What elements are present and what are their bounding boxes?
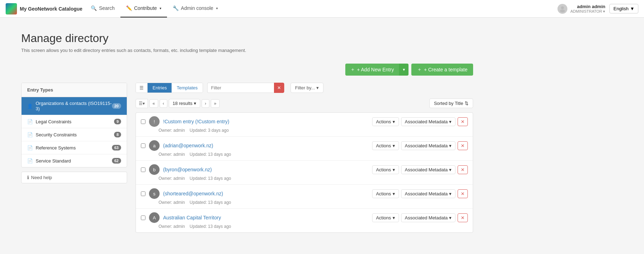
- entry-type-service[interactable]: 📄 Service Standard 62: [22, 154, 127, 167]
- nav-search[interactable]: 🔍 Search: [85, 0, 120, 18]
- tab-bar: ☰ Entries Templates: [136, 83, 203, 93]
- list-view-icon-button[interactable]: ☰: [136, 83, 148, 93]
- actions-button-1[interactable]: Actions ▾: [372, 141, 399, 150]
- entry-checkbox-3[interactable]: [141, 191, 145, 196]
- entry-types-panel: Entry Types 👤 Organizations & contacts (…: [21, 83, 127, 167]
- assoc-meta-caret-icon-0: ▾: [449, 119, 452, 124]
- associated-metadata-button-2[interactable]: Associated Metadata ▾: [401, 165, 455, 174]
- associated-metadata-button-1[interactable]: Associated Metadata ▾: [401, 141, 455, 150]
- list-item: A Australian Capital Territory Actions ▾…: [136, 209, 473, 232]
- entry-type-reference-badge: 63: [112, 145, 121, 150]
- create-template-plus-icon: ＋: [417, 66, 422, 73]
- actions-button-4[interactable]: Actions ▾: [372, 213, 399, 222]
- select-all-dropdown-button[interactable]: ☰▾: [136, 99, 148, 108]
- entry-title-0[interactable]: !Custom entry (!Custom entry): [163, 119, 369, 124]
- entry-type-legal[interactable]: 📄 Legal Constraints 9: [22, 115, 127, 128]
- next-page-button[interactable]: ›: [202, 99, 209, 108]
- delete-button-2[interactable]: ✕: [458, 165, 468, 174]
- assoc-meta-caret-icon-2: ▾: [449, 167, 452, 172]
- list-item: b (byron@openwork.nz) Actions ▾ Associat…: [136, 161, 473, 185]
- navbar: My GeoNetwork Catalogue 🔍 Search ✏️ Cont…: [0, 0, 644, 18]
- associated-metadata-button-0[interactable]: Associated Metadata ▾: [401, 117, 455, 126]
- create-template-button[interactable]: ＋ + Create a template: [411, 64, 473, 76]
- avatar: s: [149, 188, 160, 199]
- delete-button-4[interactable]: ✕: [458, 213, 468, 222]
- filter-clear-button[interactable]: ✕: [274, 83, 284, 93]
- entry-checkbox-4[interactable]: [141, 215, 145, 220]
- user-avatar-icon: [557, 4, 567, 14]
- assoc-meta-caret-icon-3: ▾: [449, 191, 452, 196]
- filter-by-button[interactable]: Filter by... ▾: [291, 83, 323, 93]
- nav-right: admin admin ADMINISTRATOR ▾ English ▼: [557, 4, 638, 14]
- entry-title-4[interactable]: Australian Capital Territory: [163, 215, 369, 220]
- actions-caret-icon-4: ▾: [393, 215, 395, 220]
- entry-actions-3: Actions ▾ Associated Metadata ▾ ✕: [372, 189, 468, 198]
- entry-actions-0: Actions ▾ Associated Metadata ▾ ✕: [372, 117, 468, 126]
- results-caret-icon: ▾: [194, 101, 196, 106]
- brand-link[interactable]: My GeoNetwork Catalogue: [6, 3, 82, 14]
- associated-metadata-button-4[interactable]: Associated Metadata ▾: [401, 213, 455, 222]
- actions-button-3[interactable]: Actions ▾: [372, 189, 399, 198]
- language-button[interactable]: English ▼: [609, 4, 638, 13]
- page-title: Manage directory: [21, 32, 473, 45]
- results-count-button[interactable]: 18 results ▾: [169, 99, 200, 108]
- results-nav-group: ☰▾ « ‹ 18 results ▾ › »: [136, 99, 220, 108]
- entry-type-reference[interactable]: 📄 Reference Systems 63: [22, 141, 127, 154]
- pencil-icon: ✏️: [126, 5, 132, 11]
- doc-icon-service: 📄: [27, 158, 33, 164]
- actions-caret-icon-2: ▾: [393, 167, 395, 172]
- assoc-meta-label-2: Associated Metadata: [405, 167, 448, 172]
- avatar: a: [149, 140, 160, 151]
- delete-button-0[interactable]: ✕: [458, 117, 468, 126]
- plus-icon: ＋: [350, 66, 355, 73]
- sort-button[interactable]: Sorted by Title ⇅: [429, 99, 473, 108]
- avatar: !: [149, 116, 160, 127]
- delete-button-3[interactable]: ✕: [458, 189, 468, 198]
- entry-list: ! !Custom entry (!Custom entry) Actions …: [136, 112, 473, 233]
- entry-type-security-label: Security Constraints: [36, 132, 77, 137]
- associated-metadata-button-3[interactable]: Associated Metadata ▾: [401, 189, 455, 198]
- entry-meta-1: Owner: admin Updated: 13 days ago: [141, 152, 468, 157]
- add-new-entry-caret-button[interactable]: ▾: [399, 64, 409, 76]
- delete-button-1[interactable]: ✕: [458, 141, 468, 150]
- last-page-button[interactable]: »: [211, 99, 220, 108]
- filter-by-label: Filter by...: [295, 85, 315, 90]
- actions-button-2[interactable]: Actions ▾: [372, 165, 399, 174]
- list-item: a (adrian@openwork.nz) Actions ▾ Associa…: [136, 137, 473, 161]
- person-icon: 👤: [27, 104, 33, 109]
- actions-label-3: Actions: [376, 191, 391, 196]
- user-info[interactable]: admin admin ADMINISTRATOR ▾: [557, 4, 605, 14]
- filter-input[interactable]: [207, 83, 274, 93]
- nav-admin-console[interactable]: 🔧 Admin console ▾: [167, 0, 223, 18]
- entry-checkbox-2[interactable]: [141, 167, 145, 172]
- entry-title-3[interactable]: (shorteared@openwork.nz): [163, 191, 369, 196]
- owner-label-0: Owner:: [159, 128, 173, 133]
- entry-checkbox-1[interactable]: [141, 143, 145, 148]
- prev-page-button[interactable]: ‹: [160, 99, 167, 108]
- entry-type-organizations[interactable]: 👤 Organizations & contacts (ISO19115-3) …: [22, 97, 127, 115]
- nav-items: 🔍 Search ✏️ Contribute ▾ 🔧 Admin console…: [85, 0, 557, 18]
- user-name: admin admin: [570, 4, 605, 9]
- tab-templates-button[interactable]: Templates: [172, 83, 202, 93]
- need-help-label: Need help: [31, 175, 52, 180]
- entry-title-2[interactable]: (byron@openwork.nz): [163, 167, 369, 172]
- assoc-meta-label-4: Associated Metadata: [405, 215, 448, 220]
- actions-label-1: Actions: [376, 143, 391, 148]
- entry-title-1[interactable]: (adrian@openwork.nz): [163, 143, 369, 148]
- add-new-entry-button[interactable]: ＋ + Add New Entry: [345, 64, 399, 76]
- entry-checkbox-0[interactable]: [141, 119, 145, 124]
- need-help-button[interactable]: ℹ Need help: [21, 172, 127, 183]
- doc-icon-security: 📄: [27, 132, 33, 137]
- doc-icon-legal: 📄: [27, 119, 33, 124]
- nav-contribute[interactable]: ✏️ Contribute ▾: [120, 0, 167, 18]
- list-item: s (shorteared@openwork.nz) Actions ▾ Ass…: [136, 185, 473, 209]
- tab-entries-button[interactable]: Entries: [148, 83, 172, 93]
- avatar: b: [149, 164, 160, 175]
- nav-contribute-label: Contribute: [134, 5, 157, 11]
- actions-button-0[interactable]: Actions ▾: [372, 117, 399, 126]
- first-page-button[interactable]: «: [149, 99, 158, 108]
- entry-type-legal-badge: 9: [114, 119, 121, 124]
- svg-point-1: [560, 10, 565, 12]
- entry-type-security[interactable]: 📄 Security Constraints 8: [22, 128, 127, 141]
- entry-meta-3: Owner: admin Updated: 13 days ago: [141, 200, 468, 205]
